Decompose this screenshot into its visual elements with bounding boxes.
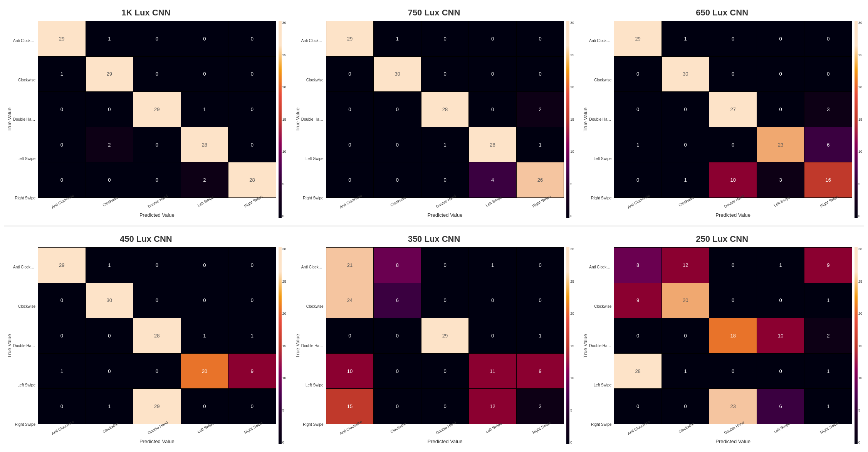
matrix-cell: 18 — [709, 318, 757, 353]
y-tick-label: Clockwise — [301, 304, 324, 309]
matrix-cell: 30 — [662, 57, 709, 92]
matrix-cell: 0 — [804, 57, 852, 92]
y-tick-label: Double Hand — [13, 117, 35, 121]
colorbar-tick: 20 — [858, 85, 862, 89]
matrix-cell: 0 — [614, 318, 661, 353]
colorbar-container: 302520151050 — [855, 247, 862, 444]
matrix-wrap: 8120199200010018102281001002361Anti Cloc… — [614, 247, 852, 444]
chart-inner: True ValueAnti ClockwiseClockwiseDouble … — [6, 247, 286, 444]
matrix-cell: 8 — [614, 248, 661, 283]
colorbar-container: 302520151050 — [855, 21, 862, 218]
matrix-cell: 20 — [181, 354, 228, 389]
matrix-cell: 28 — [181, 127, 228, 162]
colorbar-tick: 10 — [282, 376, 286, 380]
colorbar-tick: 10 — [570, 150, 574, 153]
matrix-cell: 12 — [662, 248, 709, 283]
matrix-cell: 1 — [38, 57, 86, 92]
colorbar-container: 302520151050 — [279, 247, 286, 444]
x-tick-labels: Anti ClockwiseClockwiseDouble HandLeft S… — [326, 424, 564, 430]
matrix-cell: 0 — [228, 21, 276, 56]
colorbar — [855, 247, 858, 444]
bottom-row: 450 Lux CNNTrue ValueAnti ClockwiseClock… — [4, 230, 864, 448]
y-axis-label: True Value — [294, 247, 301, 444]
matrix-cell: 0 — [709, 127, 757, 162]
colorbar — [566, 247, 569, 444]
colorbar-tick: 10 — [858, 150, 862, 153]
y-tick-label: Left Swipe — [13, 157, 35, 161]
chart-inner: True ValueAnti ClockwiseClockwiseDouble … — [6, 21, 286, 218]
colorbar-tick: 30 — [282, 247, 286, 251]
y-tick-labels: Anti ClockwiseClockwiseDouble HandLeft S… — [13, 21, 36, 218]
matrix-cell: 0 — [86, 92, 133, 127]
matrix-and-colorbar: 291000030000002811100209012900Anti Clock… — [38, 247, 286, 444]
colorbar-ticks: 302520151050 — [282, 21, 286, 218]
x-axis-label: Predicted Value — [614, 212, 852, 218]
matrix-cell: 0 — [228, 57, 276, 92]
y-tick-label: Clockwise — [589, 78, 611, 82]
x-axis-label: Predicted Value — [38, 439, 276, 444]
matrix-cell: 0 — [804, 21, 852, 56]
matrix-cell: 1 — [614, 127, 661, 162]
x-tick-labels: Anti ClockwiseClockwiseDouble HandLeft S… — [614, 424, 852, 430]
colorbar-tick: 20 — [570, 85, 574, 89]
matrix-cell: 28 — [133, 318, 181, 353]
colorbar-tick: 25 — [282, 280, 286, 283]
matrix-cell: 2 — [86, 127, 133, 162]
matrix-cell: 1 — [662, 21, 709, 56]
colorbar-tick: 0 — [282, 214, 286, 218]
chart-chart-350: 350 Lux CNNTrue ValueAnti ClockwiseClock… — [292, 230, 576, 448]
matrix-cell: 0 — [228, 92, 276, 127]
matrix-cell: 0 — [133, 21, 181, 56]
colorbar-tick: 30 — [570, 247, 574, 251]
matrix-cell: 9 — [228, 354, 276, 389]
x-tick-labels: Anti ClockwiseClockwiseDouble HandLeft S… — [38, 198, 276, 204]
matrix-cell: 0 — [469, 57, 516, 92]
matrix-cell: 9 — [517, 354, 564, 389]
matrix-cell: 28 — [469, 127, 516, 162]
page-container: 1K Lux CNNTrue ValueAnti ClockwiseClockw… — [0, 0, 868, 452]
colorbar-tick: 30 — [570, 21, 574, 25]
matrix-with-yticks: Anti ClockwiseClockwiseDouble HandLeft S… — [589, 21, 862, 218]
y-tick-label: Clockwise — [589, 304, 611, 309]
matrix-cell: 0 — [86, 318, 133, 353]
matrix-cell: 0 — [86, 354, 133, 389]
matrix-cell: 0 — [421, 248, 469, 283]
y-axis-label: True Value — [582, 21, 588, 218]
chart-title: 350 Lux CNN — [408, 234, 460, 244]
colorbar-tick: 15 — [282, 118, 286, 121]
matrix-cell: 0 — [326, 57, 374, 92]
y-tick-label: Clockwise — [301, 78, 324, 82]
matrix-grid: 8120199200010018102281001002361 — [614, 247, 852, 424]
colorbar-container: 302520151050 — [566, 21, 574, 218]
chart-chart-450: 450 Lux CNNTrue ValueAnti ClockwiseClock… — [4, 230, 288, 448]
colorbar-tick: 10 — [570, 376, 574, 380]
row-divider — [4, 226, 864, 226]
matrix-cell: 1 — [804, 354, 852, 389]
matrix-with-yticks: Anti ClockwiseClockwiseDouble HandLeft S… — [589, 247, 862, 444]
matrix-cell: 0 — [469, 92, 516, 127]
matrix-cell: 2 — [804, 318, 852, 353]
colorbar-tick: 15 — [858, 118, 862, 121]
y-tick-label: Right Swipe — [13, 422, 35, 427]
matrix-and-colorbar: 8120199200010018102281001002361Anti Cloc… — [614, 247, 862, 444]
matrix-cell: 0 — [228, 127, 276, 162]
matrix-cell: 27 — [709, 92, 757, 127]
y-tick-labels: Anti ClockwiseClockwiseDouble HandLeft S… — [589, 247, 612, 444]
colorbar-ticks: 302520151050 — [569, 247, 574, 444]
matrix-cell: 30 — [374, 57, 421, 92]
colorbar-container: 302520151050 — [566, 247, 574, 444]
colorbar — [279, 21, 282, 218]
matrix-and-colorbar: 2910000300000027031002360110316Anti Cloc… — [614, 21, 862, 218]
y-tick-label: Right Swipe — [301, 422, 324, 427]
matrix-cell: 0 — [133, 248, 181, 283]
matrix-and-colorbar: 21801024600000290110001191500123Anti Clo… — [326, 247, 574, 444]
matrix-cell: 0 — [374, 92, 421, 127]
colorbar-container: 302520151050 — [279, 21, 286, 218]
matrix-cell: 0 — [709, 283, 757, 318]
matrix-grid: 291000030000002811100209012900 — [38, 247, 276, 424]
y-tick-label: Anti Clockwise — [589, 265, 611, 269]
matrix-cell: 0 — [469, 283, 516, 318]
colorbar — [855, 21, 858, 218]
matrix-cell: 1 — [804, 283, 852, 318]
chart-title: 650 Lux CNN — [696, 8, 748, 18]
